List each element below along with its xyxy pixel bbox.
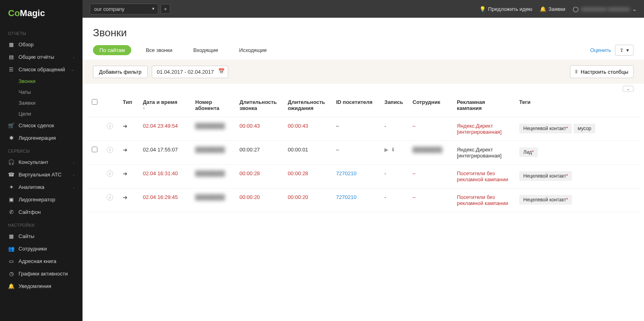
header-datetime-label: Дата и время (143, 99, 178, 105)
bell-icon: 🔔 (8, 283, 14, 289)
header-employee[interactable]: Сотрудник (409, 93, 453, 117)
cell-info: i (103, 117, 119, 141)
info-icon[interactable]: i (107, 123, 113, 129)
sidebar-item-general-reports[interactable]: ▤ Общие отчёты › (0, 51, 83, 63)
chevron-down-icon: ⌄ (71, 67, 74, 72)
tab-outgoing[interactable]: Исходящие (233, 45, 273, 55)
cell-call-duration: 00:00:27 (235, 141, 284, 165)
caller-number-masked: ████████ (195, 123, 225, 129)
headset-icon: 🎧 (8, 159, 14, 165)
add-filter-button[interactable]: Добавить фильтр (93, 66, 148, 78)
header-datetime[interactable]: Дата и время ↓ (139, 93, 191, 117)
sidebar-item-label: Аналитика (19, 184, 44, 190)
sidebar-item-sites[interactable]: ▦ Сайты (0, 230, 83, 242)
tab-all-calls[interactable]: Все звонки (139, 45, 179, 55)
cell-tags: Нецелевой контакт*мусор (515, 117, 640, 141)
page-title: Звонки (93, 27, 634, 39)
info-icon[interactable]: i (107, 147, 113, 153)
sidebar-item-lead-generator[interactable]: ▣ Лидогенератор (0, 193, 83, 206)
sidebar-item-virtual-pbx[interactable]: ☎ Виртуальная АТС › (0, 168, 83, 181)
cell-type: ➜ (119, 141, 139, 165)
sidebar-sub-calls[interactable]: Звонки (19, 76, 83, 87)
download-icon[interactable]: ⬇ (391, 147, 395, 153)
cell-visitor-id[interactable]: 7270210 (332, 165, 380, 188)
cell-type: ➜ (119, 165, 139, 188)
table-row: i➜02.04 16:31:40████████00:00:2800:00:28… (87, 165, 640, 188)
info-icon[interactable]: i (107, 194, 113, 201)
play-icon[interactable]: ▶ (384, 147, 388, 153)
header-type[interactable]: Тип (119, 93, 139, 117)
suggest-idea-link[interactable]: 💡 Предложить идею (479, 6, 533, 12)
sidebar-item-consultant[interactable]: 🎧 Консультант › (0, 156, 83, 168)
user-menu[interactable]: ◯ ■■■■■■■■ ■■■■■■■ ⌄ (573, 6, 637, 12)
cell-recording: - (380, 165, 409, 188)
tag[interactable]: Нецелевой контакт* (519, 124, 572, 133)
cell-campaign: Яндекс.Директ [интегрированная] (453, 141, 515, 165)
sidebar-item-leadgen[interactable]: ✱ Лидогенерация (0, 132, 83, 144)
tag[interactable]: Нецелевой контакт* (519, 171, 572, 181)
sidebar-item-analytics[interactable]: ✶ Аналитика › (0, 181, 83, 193)
header-caller-number[interactable]: Номер абонента (191, 93, 235, 117)
outgoing-arrow-icon: ➜ (123, 147, 128, 153)
sort-desc-icon: ↓ (143, 105, 187, 110)
sidebar-item-label: Адресная книга (19, 258, 56, 264)
select-all-checkbox[interactable] (92, 99, 97, 105)
cell-checkbox (87, 117, 103, 141)
sidebar-item-label: Сайты (19, 233, 34, 239)
export-button[interactable]: ⇪ ▾ (615, 45, 634, 56)
info-icon[interactable]: i (107, 170, 113, 177)
cell-wait-duration: 00:00:28 (284, 165, 332, 188)
tag[interactable]: мусор (574, 124, 595, 133)
cell-employee: ████████ (409, 141, 453, 165)
sidebar-item-request-list[interactable]: ☰ Список обращений ⌄ (0, 63, 83, 76)
list-icon: ☰ (8, 66, 14, 72)
sidebar-sub-goals[interactable]: Цели (19, 108, 83, 119)
chevron-down-icon: ⌄ (632, 6, 637, 12)
sidebar-item-address-book[interactable]: ▭ Адресная книга (0, 255, 83, 267)
header-tags[interactable]: Теги (515, 93, 640, 117)
cell-datetime: 02.04 23:49:54 (139, 117, 191, 141)
cell-datetime: 02.04 17:55:07 (139, 141, 191, 165)
header-call-duration[interactable]: Длительность звонка (235, 93, 284, 117)
sidebar-sub-requests[interactable]: Заявки (19, 97, 83, 108)
header-visitor-id[interactable]: ID посетителя (332, 93, 380, 117)
sidebar-item-employees[interactable]: 👥 Сотрудники (0, 242, 83, 255)
tag[interactable]: Нецелевой контакт* (519, 195, 572, 205)
sidebar-item-activity-schedules[interactable]: ◷ Графики активности (0, 267, 83, 280)
header-campaign[interactable]: Рекламная кампания (453, 93, 515, 117)
cell-visitor-id: – (332, 141, 380, 165)
add-company-button[interactable]: + (161, 4, 170, 14)
cell-visitor-id[interactable]: 7270210 (332, 188, 380, 212)
sidebar-item-overview[interactable]: ▦ Обзор (0, 38, 83, 51)
tab-by-sites[interactable]: По сайтам (93, 45, 131, 55)
date-range-picker[interactable]: 01.04.2017 - 02.04.2017 📅 (152, 66, 228, 78)
tag[interactable]: Лид* (519, 147, 538, 157)
rate-link[interactable]: Оценить (590, 47, 611, 53)
configure-columns-button[interactable]: ⫴ Настроить столбцы (570, 65, 634, 78)
requests-link[interactable]: 🔔 Заявки (540, 6, 566, 12)
header-wait-duration[interactable]: Длительность ожидания (284, 93, 332, 117)
company-select-value: our company (94, 6, 124, 12)
sidebar-item-sitephone[interactable]: ✆ Сайтфон (0, 206, 83, 218)
export-icon: ⇪ (619, 47, 624, 53)
sidebar-item-label: Лидогенерация (19, 135, 56, 141)
header-recording[interactable]: Запись (380, 93, 409, 117)
employee-masked: ████████ (413, 147, 442, 153)
company-select[interactable]: our company (90, 4, 158, 14)
sidebar-item-deals[interactable]: 🛒 Список сделок (0, 119, 83, 132)
sidebar-item-notifications[interactable]: 🔔 Уведомления (0, 280, 83, 292)
row-checkbox[interactable] (92, 147, 97, 152)
collapse-toggle[interactable]: ⌄ (623, 86, 634, 92)
suggest-idea-label: Предложить идею (488, 6, 533, 12)
cell-wait-duration: 00:00:01 (284, 141, 332, 165)
tab-incoming[interactable]: Входящие (187, 45, 225, 55)
nav-section-services: СЕРВИСЫ (0, 144, 83, 156)
sidebar-sub-chats[interactable]: Чаты (19, 87, 83, 97)
cell-datetime: 02.04 16:29:45 (139, 188, 191, 212)
filter-bar: Добавить фильтр 01.04.2017 - 02.04.2017 … (83, 60, 644, 84)
sidebar-item-label: Лидогенератор (19, 197, 55, 203)
user-name-masked: ■■■■■■■■ ■■■■■■■ (581, 6, 630, 12)
cell-caller-number: ████████ (191, 141, 235, 165)
cell-recording: - (380, 188, 409, 212)
chevron-down-icon: ▾ (626, 47, 629, 53)
